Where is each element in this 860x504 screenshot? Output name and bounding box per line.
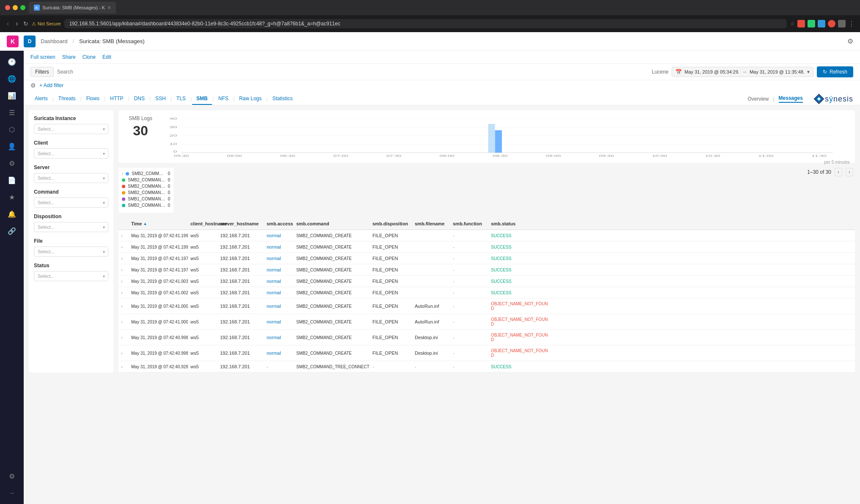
server-select[interactable]: Select... <box>34 173 108 183</box>
extension-4[interactable] <box>828 20 835 27</box>
bookmark-icon[interactable]: ☆ <box>790 21 795 27</box>
sidebar-item-list[interactable]: ☰ <box>4 105 19 120</box>
legend-label-4: SMB1_COMMAND_N... <box>128 197 165 201</box>
command-select[interactable]: Select... <box>34 197 108 208</box>
add-filter-button[interactable]: + Add filter <box>39 82 63 88</box>
extension-5[interactable] <box>838 20 846 27</box>
row-expand-4[interactable]: › <box>119 276 129 287</box>
row-function-9: - <box>450 345 488 361</box>
tab-dns[interactable]: DNS <box>130 93 149 105</box>
row-expand-9[interactable]: › <box>119 345 129 361</box>
synesis-brand-text: sýnesis <box>825 95 853 104</box>
th-client-hostname[interactable]: client_hostname <box>188 218 218 230</box>
sidebar-item-user[interactable]: 👤 <box>4 139 19 154</box>
url-bar[interactable]: 192.168.55.1:5601/app/kibana#/dashboard/… <box>64 19 787 28</box>
row-expand-1[interactable]: › <box>119 241 129 252</box>
extension-1[interactable] <box>797 20 805 27</box>
extension-2[interactable] <box>808 20 815 27</box>
file-select[interactable]: Select... <box>34 247 108 257</box>
row-client-4: ws5 <box>188 276 218 287</box>
sidebar-expand-button[interactable]: → <box>4 485 19 501</box>
full-screen-button[interactable]: Full screen <box>30 54 55 60</box>
fullscreen-dot[interactable] <box>20 5 25 10</box>
legend-chevron-0[interactable]: › <box>122 171 123 176</box>
row-expand-3[interactable]: › <box>119 264 129 275</box>
search-input[interactable] <box>57 69 648 75</box>
tab-threats[interactable]: Threats <box>54 93 80 105</box>
disposition-label: Disposition <box>34 214 108 219</box>
next-page-button[interactable]: › <box>846 168 853 176</box>
new-tab-button[interactable]: + <box>119 5 122 11</box>
sidebar-item-globe[interactable]: 🌐 <box>4 71 19 86</box>
tab-flows[interactable]: Flows <box>82 93 104 105</box>
svg-text:30: 30 <box>169 125 177 129</box>
tab-smb[interactable]: SMB <box>192 93 212 105</box>
sidebar-item-document[interactable]: 📄 <box>4 173 19 188</box>
legend-item-2: SMB2_COMMAND_N... 0 <box>122 184 170 189</box>
tab-statistics[interactable]: Statistics <box>268 93 297 105</box>
status-select[interactable]: Select... <box>34 271 108 281</box>
row-expand-10[interactable]: › <box>119 361 129 372</box>
tab-raw-logs[interactable]: Raw Logs <box>235 93 266 105</box>
tab-http[interactable]: HTTP <box>106 93 127 105</box>
th-smb-function[interactable]: smb.function <box>450 218 488 230</box>
sidebar-item-alert[interactable]: 🔔 <box>4 206 19 222</box>
prev-page-button[interactable]: ‹ <box>835 168 842 176</box>
dashboard-breadcrumb[interactable]: Dashboard <box>41 38 68 44</box>
file-select-wrapper: Select... <box>34 247 108 257</box>
extension-3[interactable] <box>818 20 825 27</box>
sidebar-item-clock[interactable]: 🕐 <box>4 54 19 69</box>
sidebar-item-star[interactable]: ★ <box>4 189 19 205</box>
row-expand-6[interactable]: › <box>119 299 129 314</box>
tab-nfs[interactable]: NFS <box>214 93 233 105</box>
right-tabs: Overview | Messages <box>747 95 803 103</box>
sidebar-item-chart[interactable]: 📊 <box>4 88 19 103</box>
th-smb-command[interactable]: smb.command <box>294 218 370 230</box>
back-button[interactable]: ‹ <box>5 18 11 29</box>
sidebar-item-settings[interactable]: ⚙ <box>4 468 19 484</box>
table-row: › May 31, 2019 @ 07:42:41.199 ws5 192.16… <box>119 241 855 253</box>
minimize-dot[interactable] <box>13 5 18 10</box>
row-expand-2[interactable]: › <box>119 253 129 264</box>
tab-overview[interactable]: Overview <box>747 96 769 102</box>
sidebar-item-network[interactable]: 🔗 <box>4 223 19 238</box>
sidebar-item-layer[interactable]: ⬡ <box>4 122 19 137</box>
th-server-hostname[interactable]: server_hostname <box>218 218 264 230</box>
share-button[interactable]: Share <box>62 54 76 60</box>
client-select[interactable]: Select... <box>34 148 108 159</box>
refresh-button[interactable]: ↻ Refresh <box>817 66 853 77</box>
command-label: Command <box>34 189 108 195</box>
th-smb-filename[interactable]: smb.filename <box>412 218 450 230</box>
date-picker[interactable]: 📅 May 31, 2019 @ 05:34:29. → May 31, 201… <box>672 67 813 77</box>
browser-tab[interactable]: K Suricata: SMB (Messages) - K × <box>29 2 116 14</box>
filters-button[interactable]: Filters <box>30 67 54 77</box>
th-smb-disposition[interactable]: smb.disposition <box>370 218 412 230</box>
sidebar-item-cog[interactable]: ⚙ <box>4 156 19 171</box>
tab-tls[interactable]: TLS <box>172 93 190 105</box>
row-expand-7[interactable]: › <box>119 314 129 329</box>
edit-button[interactable]: Edit <box>102 54 111 60</box>
disposition-select[interactable]: Select... <box>34 222 108 232</box>
clone-button[interactable]: Clone <box>83 54 96 60</box>
reload-button[interactable]: ↻ <box>23 20 28 27</box>
suricata-instance-select[interactable]: Select... <box>34 124 108 134</box>
row-expand-0[interactable]: › <box>119 230 129 241</box>
top-nav-right: ⚙ <box>847 37 853 45</box>
th-smb-access[interactable]: smb.access <box>264 218 294 230</box>
settings-button[interactable]: ⚙ <box>847 37 853 45</box>
row-expand-8[interactable]: › <box>119 330 129 345</box>
tab-ssh[interactable]: SSH <box>151 93 170 105</box>
lucene-badge[interactable]: Lucene <box>652 69 668 75</box>
breadcrumb-separator: / <box>73 38 74 44</box>
forward-button[interactable]: › <box>14 18 19 29</box>
browser-menu-button[interactable]: ⋮ <box>848 20 855 28</box>
close-dot[interactable] <box>5 5 10 10</box>
row-expand-5[interactable]: › <box>119 287 129 298</box>
th-time[interactable]: Time ▲ <box>129 218 188 230</box>
th-smb-status[interactable]: smb.status <box>488 218 552 230</box>
tab-messages[interactable]: Messages <box>779 95 803 103</box>
tab-alerts[interactable]: Alerts <box>30 93 52 105</box>
tab-close-button[interactable]: × <box>108 4 111 11</box>
chart-area: SMB Logs 30 40 30 20 10 0 <box>119 110 855 373</box>
gear-icon[interactable]: ⚙ <box>30 82 36 89</box>
